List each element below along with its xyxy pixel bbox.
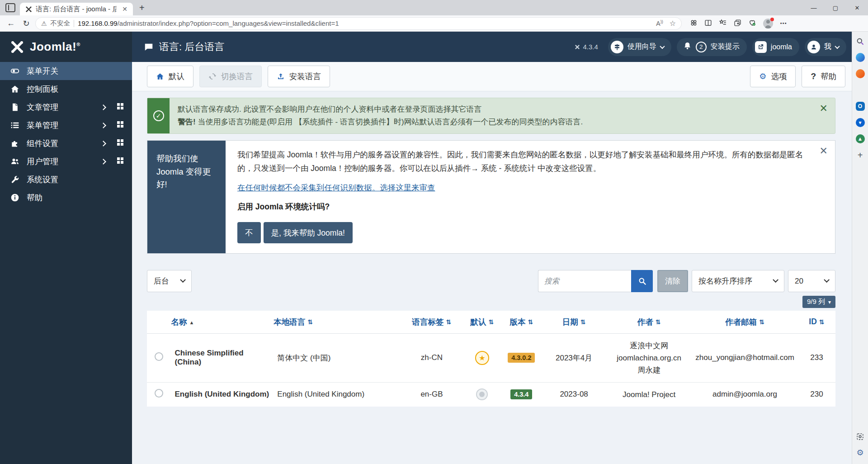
page-title: 语言: 后台语言 [144, 40, 224, 54]
grid-icon[interactable] [117, 157, 124, 166]
joomla-logo[interactable]: Joomla!® [0, 32, 132, 62]
privacy-review-link[interactable]: 在任何时候都不会采集到任何识别数据。选择这里来审查 [237, 182, 435, 193]
collections-icon[interactable] [734, 19, 741, 28]
extensions-icon[interactable] [690, 19, 698, 28]
drop-icon[interactable]: ▾ [855, 118, 865, 128]
grid-icon[interactable] [117, 121, 124, 130]
puzzle-icon [10, 139, 20, 148]
admin-header: 语言: 后台语言 4.3.4 使用向导 [132, 32, 852, 62]
sidebar-item-control-panel[interactable]: 控制面板 [0, 80, 132, 98]
profile-notification-dot [770, 18, 774, 21]
window-maximize-button[interactable]: ▢ [825, 0, 846, 15]
screenshot-tool-icon[interactable] [855, 431, 865, 441]
not-default-icon[interactable] [476, 388, 488, 400]
column-header-version[interactable]: 版本 [501, 311, 542, 333]
sidebar-item-help[interactable]: 帮助 [0, 189, 132, 207]
browser-tab[interactable]: 语言: 后台语言 - joomla - 后台 ✕ [20, 3, 133, 15]
sidebar-item-menu-toggle[interactable]: 菜单开关 [0, 62, 132, 80]
sort-select[interactable]: 按名称升序排序 [692, 270, 784, 292]
sidebar-search-icon[interactable] [855, 36, 865, 46]
success-alert: ✓ 默认语言保存成功. 此设置不会影响用户在他们的个人资料中或者在登录页面选择其… [147, 98, 835, 134]
search-input[interactable] [538, 270, 631, 292]
favorites-icon[interactable] [719, 19, 727, 28]
post-install-messages-button[interactable]: 2 安装提示 [677, 38, 747, 56]
sidebar-item-components[interactable]: 组件设置 [0, 134, 132, 152]
search-icon [638, 277, 646, 285]
browser-essentials-icon[interactable] [748, 19, 756, 28]
version-badge: 4.3.0.2 [508, 353, 535, 363]
column-header-tag[interactable]: 语言标签 [401, 311, 463, 333]
signpost-icon [611, 41, 623, 53]
chevron-right-icon [100, 104, 106, 110]
column-header-author[interactable]: 作者 [606, 311, 692, 333]
column-header-date[interactable]: 日期 [542, 311, 606, 333]
columns-visibility-badge[interactable]: 9/9 列 [802, 296, 835, 308]
tab-actions-icon[interactable] [5, 3, 15, 12]
install-languages-button[interactable]: 安装语言 [268, 66, 330, 87]
list-icon [10, 121, 20, 130]
chevron-right-icon [100, 123, 106, 128]
back-button[interactable]: ← [5, 19, 17, 28]
default-star-icon[interactable]: ★ [475, 351, 489, 365]
refresh-button[interactable]: ↻ [20, 19, 33, 28]
column-header-author-email[interactable]: 作者邮箱 [692, 311, 798, 333]
column-header-native[interactable]: 本地语言 [274, 311, 400, 333]
copilot-icon[interactable] [855, 52, 865, 62]
column-header-name[interactable]: 名称 [171, 311, 274, 333]
grid-icon[interactable] [117, 103, 124, 112]
user-menu-button[interactable]: 我 [805, 38, 846, 56]
eco-tree-icon[interactable]: ▲ [855, 134, 865, 144]
add-sidebar-item-icon[interactable]: + [855, 150, 865, 160]
m365-apps-icon[interactable] [855, 85, 865, 95]
address-bar[interactable]: ⚠ 不安全 192.168.0.99/administrator/index.p… [35, 17, 682, 30]
window-close-button[interactable]: ✕ [846, 0, 868, 15]
column-header-default[interactable]: 默认 [463, 311, 501, 333]
stats-yes-button[interactable]: 是, 我来帮助 Joomla! [264, 222, 353, 243]
stats-panel-side-title: 帮助我们使 Joomla 变得更好! [147, 141, 226, 253]
search-button[interactable] [631, 270, 653, 292]
page-size-select[interactable]: 20 [788, 270, 835, 292]
split-screen-icon[interactable] [704, 19, 712, 28]
browser-nav-bar: ← ↻ ⚠ 不安全 192.168.0.99/administrator/ind… [0, 15, 868, 32]
language-id: 230 [798, 382, 835, 407]
help-button[interactable]: ? 帮助 [802, 66, 845, 87]
sort-icon [656, 317, 661, 327]
external-link-icon [755, 41, 767, 53]
guided-tour-button[interactable]: 使用向导 [608, 38, 671, 56]
new-tab-button[interactable]: + [139, 3, 145, 13]
shopping-icon[interactable] [855, 69, 865, 79]
sidebar-item-users[interactable]: 用户管理 [0, 152, 132, 170]
sort-icon [489, 317, 494, 327]
options-button[interactable]: ⚙ 选项 [750, 66, 796, 87]
outlook-icon[interactable]: O [855, 101, 865, 111]
content-area: ✓ 默认语言保存成功. 此设置不会影响用户在他们的个人资料中或者在登录页面选择其… [132, 91, 852, 464]
panel-close-icon[interactable]: ✕ [820, 145, 828, 157]
row-radio[interactable] [155, 352, 163, 361]
client-select[interactable]: 后台 [147, 270, 192, 292]
sidebar-item-menus[interactable]: 菜单管理 [0, 116, 132, 134]
stats-no-button[interactable]: 不 [237, 222, 261, 243]
sidebar-item-articles[interactable]: 文章管理 [0, 98, 132, 116]
row-radio[interactable] [155, 389, 163, 398]
column-header-id[interactable]: ID [798, 311, 835, 333]
default-button[interactable]: 默认 [147, 66, 193, 87]
clear-button[interactable]: 清除 [657, 270, 688, 292]
settings-more-icon[interactable]: ⋯ [780, 19, 787, 28]
sync-icon [208, 72, 217, 80]
window-minimize-button[interactable]: — [803, 0, 825, 15]
bell-icon [683, 42, 692, 52]
switch-language-button[interactable]: 切换语言 [199, 66, 262, 87]
alert-close-icon[interactable]: ✕ [812, 98, 835, 133]
profile-avatar[interactable] [763, 19, 773, 28]
favorite-star-icon[interactable]: ☆ [670, 19, 676, 28]
question-icon: ? [811, 71, 816, 81]
sidebar-settings-gear-icon[interactable]: ⚙ [855, 448, 865, 458]
language-native: English (United Kingdom) [274, 382, 400, 407]
read-aloud-icon[interactable]: A)) [656, 19, 663, 27]
sidebar-item-system[interactable]: 系统设置 [0, 170, 132, 189]
grid-icon[interactable] [117, 139, 124, 148]
chevron-down-icon [835, 43, 840, 48]
tab-close-icon[interactable]: ✕ [120, 5, 129, 13]
preview-site-button[interactable]: joomla [752, 38, 799, 56]
stats-panel: 帮助我们使 Joomla 变得更好! 我们希望提高 Joomla！软件与用户的服… [147, 140, 835, 254]
